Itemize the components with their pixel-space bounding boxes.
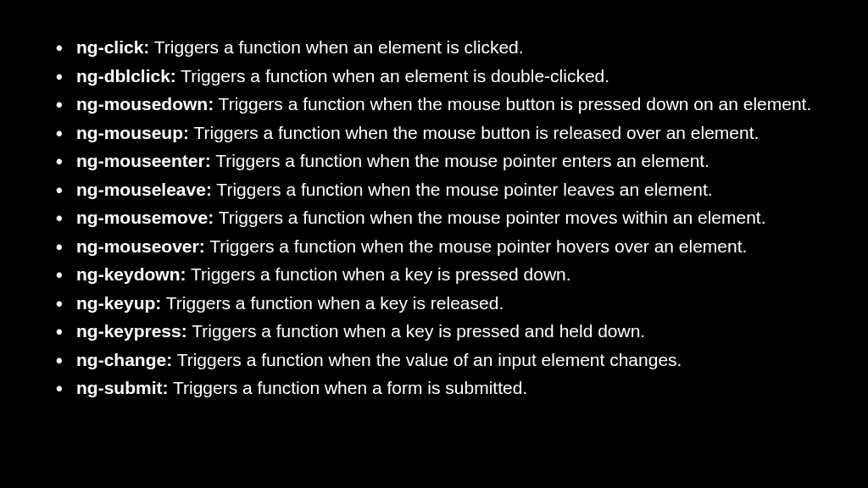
list-item: ng-mouseover: Triggers a function when t… bbox=[51, 233, 826, 260]
directive-term: ng-keypress: bbox=[76, 321, 187, 341]
directive-term: ng-mousedown: bbox=[76, 94, 214, 114]
directive-term: ng-keydown: bbox=[76, 264, 186, 284]
directive-term: ng-dblclick: bbox=[76, 66, 176, 86]
directive-term: ng-mouseleave: bbox=[76, 180, 212, 199]
list-item: ng-dblclick: Triggers a function when an… bbox=[51, 63, 826, 90]
directive-description: Triggers a function when a key is releas… bbox=[161, 293, 504, 313]
directive-term: ng-mouseenter: bbox=[76, 151, 211, 170]
directive-term: ng-keyup: bbox=[76, 293, 161, 313]
directive-description: Triggers a function when the mouse butto… bbox=[189, 123, 759, 142]
list-item: ng-mouseup: Triggers a function when the… bbox=[51, 119, 826, 147]
directive-term: ng-mouseup: bbox=[76, 123, 189, 142]
directive-term: ng-submit: bbox=[76, 378, 168, 397]
directive-term: ng-mouseover: bbox=[76, 236, 205, 256]
directive-description: Triggers a function when a key is presse… bbox=[186, 264, 571, 284]
list-item: ng-keyup: Triggers a function when a key… bbox=[51, 290, 826, 317]
directive-description: Triggers a function when the mouse butto… bbox=[214, 94, 811, 114]
list-item: ng-click: Triggers a function when an el… bbox=[51, 34, 826, 61]
directive-list: ng-click: Triggers a function when an el… bbox=[51, 34, 826, 402]
directive-description: Triggers a function when a form is submi… bbox=[168, 378, 527, 397]
directive-term: ng-change: bbox=[76, 350, 172, 369]
list-item: ng-change: Triggers a function when the … bbox=[51, 347, 826, 374]
list-item: ng-mouseleave: Triggers a function when … bbox=[51, 176, 826, 203]
directive-description: Triggers a function when the mouse point… bbox=[205, 236, 748, 256]
directive-description: Triggers a function when the value of an… bbox=[172, 350, 682, 369]
directive-description: Triggers a function when an element is c… bbox=[149, 37, 523, 57]
directive-description: Triggers a function when the mouse point… bbox=[214, 208, 765, 227]
directive-description: Triggers a function when an element is d… bbox=[176, 66, 609, 86]
list-item: ng-keydown: Triggers a function when a k… bbox=[51, 261, 826, 288]
directive-description: Triggers a function when the mouse point… bbox=[212, 180, 713, 199]
directive-description: Triggers a function when a key is presse… bbox=[187, 321, 645, 341]
directive-description: Triggers a function when the mouse point… bbox=[211, 151, 709, 170]
list-item: ng-mousedown: Triggers a function when t… bbox=[51, 91, 826, 118]
list-item: ng-submit: Triggers a function when a fo… bbox=[51, 374, 826, 402]
list-item: ng-keypress: Triggers a function when a … bbox=[51, 318, 826, 345]
directive-term: ng-mousemove: bbox=[76, 208, 214, 227]
directive-term: ng-click: bbox=[76, 37, 149, 57]
list-item: ng-mouseenter: Triggers a function when … bbox=[51, 147, 826, 175]
list-item: ng-mousemove: Triggers a function when t… bbox=[51, 204, 826, 231]
